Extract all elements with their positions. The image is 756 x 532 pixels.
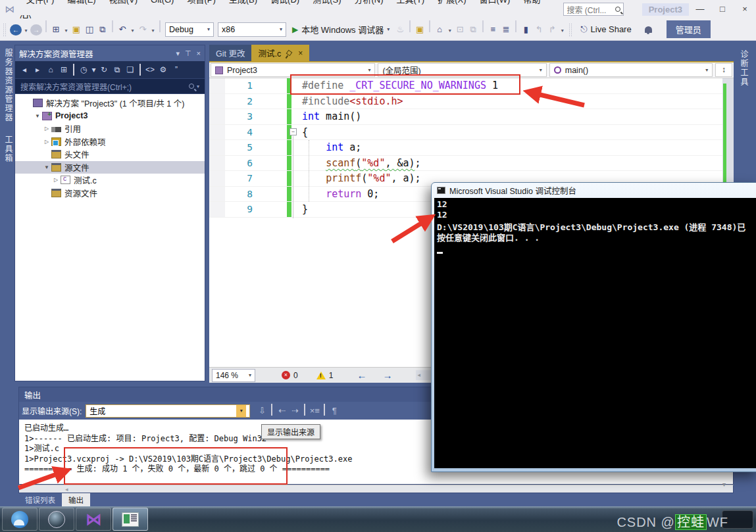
tab-source-file[interactable]: 测试.c × <box>251 45 309 61</box>
tree-item-Project3[interactable]: ▼Project3 <box>15 110 205 123</box>
tree-expander[interactable]: ▼ <box>43 164 51 170</box>
notifications-bell-icon[interactable] <box>645 26 652 33</box>
next-bookmark-icon[interactable]: ↱ <box>546 22 558 37</box>
breakpoint-gutter[interactable] <box>209 202 225 217</box>
se-switch-views-icon[interactable]: ⊞ <box>58 62 70 77</box>
back-caret-icon[interactable]: ▾ <box>23 24 29 38</box>
breakpoint-gutter[interactable] <box>209 156 225 171</box>
tree-item-资源文件[interactable]: 资源文件 <box>15 187 205 200</box>
scroll-left-icon[interactable]: ◂ <box>417 372 420 378</box>
menu-工具(T)[interactable]: 工具(T) <box>390 0 432 5</box>
menu-调试(D)[interactable]: 调试(D) <box>264 0 306 5</box>
tab-git-changes[interactable]: Git 更改 <box>209 45 251 61</box>
menu-项目(P)[interactable]: 项目(P) <box>180 0 222 5</box>
start-debugging-button[interactable]: ▶ 本地 Windows 调试器 ▾ <box>288 23 393 36</box>
tree-item-源文件[interactable]: ▼源文件 <box>15 161 205 174</box>
se-pending-changes-icon[interactable]: ◷ <box>78 62 89 77</box>
se-view-code-icon[interactable]: <> <box>144 62 156 77</box>
out-next-message-icon[interactable]: ⇢ <box>289 404 301 418</box>
breakpoint-gutter[interactable] <box>209 125 225 140</box>
tree-item-测试.c[interactable]: ▷测试.c <box>15 174 205 187</box>
close-button[interactable]: × <box>734 1 756 18</box>
prev-bookmark-icon[interactable]: ↰ <box>533 22 545 37</box>
side-tab-诊断工具[interactable]: 诊断工具 <box>736 43 752 93</box>
debug-console-window[interactable]: Microsoft Visual Studio 调试控制台 1212D:\VS2… <box>431 182 756 472</box>
breakpoint-gutter[interactable] <box>209 94 225 109</box>
taskbar-button-visual-studio[interactable]: ⋈ <box>76 508 111 531</box>
bottom-tab-输出[interactable]: 输出 <box>62 493 90 506</box>
back-icon[interactable]: ← <box>10 24 22 36</box>
configuration-combo[interactable]: Debug▾ <box>165 22 214 37</box>
solution-explorer-search-input[interactable]: 搜索解决方案资源管理器(Ctrl+;) ▾ <box>15 78 205 94</box>
tree-item-外部依赖项[interactable]: ▷外部依赖项 <box>15 135 205 149</box>
menu-扩展(X)[interactable]: 扩展(X) <box>431 0 472 5</box>
box-selection-icon[interactable]: ⊡ <box>454 22 466 37</box>
forward-icon[interactable]: → <box>30 24 42 36</box>
menu-测试(S)[interactable]: 测试(S) <box>306 0 347 5</box>
se-refresh-icon[interactable]: ↻ <box>98 62 110 77</box>
unindent-icon[interactable]: ≣ <box>500 22 512 37</box>
menu-Git(G)[interactable]: Git(G) <box>144 0 180 5</box>
output-source-combo[interactable]: 生成 ▾ <box>86 404 250 418</box>
tree-expander[interactable]: ▷ <box>43 139 51 145</box>
menu-文件(F)[interactable]: 文件(F) <box>20 0 61 5</box>
breakpoint-gutter[interactable] <box>209 109 225 124</box>
breakpoint-gutter[interactable] <box>209 78 225 93</box>
solution-explorer-title-bar[interactable]: 解决方案资源管理器 ▾ ⊤ × <box>15 45 205 61</box>
pin-icon[interactable] <box>286 50 293 57</box>
navigate-back-icon[interactable]: ← <box>357 370 366 381</box>
tree-item-解决方案 "Project3" (1 个项目/共 1 个)[interactable]: 解决方案 "Project3" (1 个项目/共 1 个) <box>15 97 205 110</box>
new-caret-icon[interactable]: ▾ <box>63 24 69 38</box>
open-file-icon[interactable]: ▣ <box>70 22 82 37</box>
code-line-3[interactable]: 3int main() <box>209 109 722 125</box>
error-count-icon[interactable]: × <box>282 371 290 379</box>
new-project-icon[interactable]: ⊞ <box>50 22 62 37</box>
console-title-bar[interactable]: Microsoft Visual Studio 调试控制台 <box>432 183 756 197</box>
split-window-button[interactable]: ↕ <box>715 63 732 77</box>
minimize-button[interactable]: — <box>689 1 711 18</box>
tree-expander[interactable]: ▼ <box>34 113 41 119</box>
home-caret-icon[interactable]: ▾ <box>447 24 453 38</box>
pin-icon[interactable]: ⊤ <box>185 49 191 58</box>
taskbar-button-image-viewer[interactable] <box>39 508 74 531</box>
save-icon[interactable]: ◫ <box>84 22 95 37</box>
code-line-4[interactable]: 4{ <box>209 125 722 141</box>
breakpoint-gutter[interactable] <box>209 140 225 155</box>
console-output[interactable]: 1212D:\VS2019\103期C语言\Project3\Debug\Pro… <box>434 198 756 468</box>
menu-窗口(W)[interactable]: 窗口(W) <box>473 0 517 5</box>
breakpoint-gutter[interactable] <box>209 171 225 186</box>
menu-生成(B)[interactable]: 生成(B) <box>222 0 264 5</box>
error-count[interactable]: 0 <box>293 371 298 380</box>
se-collapse-all-icon[interactable]: ⧉ <box>111 62 123 77</box>
tree-item-头文件[interactable]: 头文件 <box>15 148 205 161</box>
bookmark-icon[interactable]: ▮ <box>520 22 532 37</box>
taskbar-button-qq-browser[interactable] <box>2 508 38 531</box>
se-properties-icon[interactable]: ⚙ <box>157 62 169 77</box>
home-icon[interactable]: ⌂ <box>434 22 445 37</box>
se-pending-caret-icon[interactable]: ▾ <box>91 62 97 77</box>
close-icon[interactable]: × <box>298 49 303 58</box>
feedback-project-button[interactable]: Project3 <box>642 3 689 16</box>
taskbar-button-console-app[interactable] <box>113 508 148 531</box>
save-all-icon[interactable]: ⧉ <box>97 22 109 37</box>
tree-expander[interactable]: ▷ <box>43 126 51 132</box>
quick-search-input[interactable]: 搜索 (Ctrl... <box>563 3 623 16</box>
collapse-region-toggle[interactable]: − <box>290 128 297 135</box>
se-back-icon[interactable]: ◂ <box>18 62 30 77</box>
undo-caret-icon[interactable]: ▾ <box>130 24 136 38</box>
window-position-icon[interactable]: ▾ <box>176 49 180 58</box>
se-home-icon[interactable]: ⌂ <box>45 62 57 77</box>
tree-item-引用[interactable]: ▷引用 <box>15 122 205 135</box>
out-word-wrap-icon[interactable]: ¶ <box>328 404 340 418</box>
bottom-tab-错误列表[interactable]: 错误列表 <box>18 493 62 506</box>
code-line-6[interactable]: 6 scanf("%d", &a); <box>209 156 722 172</box>
output-horizontal-scrollbar[interactable]: ◂ <box>18 485 734 493</box>
code-line-2[interactable]: 2#include<stdio.h> <box>209 94 722 110</box>
breakpoint-gutter[interactable] <box>209 187 225 202</box>
find-in-files-icon[interactable]: ▣ <box>414 22 426 37</box>
out-jump-icon[interactable]: ⇩ <box>256 404 268 418</box>
indent-icon[interactable]: ≡ <box>487 22 499 37</box>
se-overflow-icon[interactable]: ” <box>170 62 182 77</box>
maximize-button[interactable]: □ <box>711 1 734 18</box>
out-clear-all-icon[interactable]: ×≡ <box>309 404 320 418</box>
